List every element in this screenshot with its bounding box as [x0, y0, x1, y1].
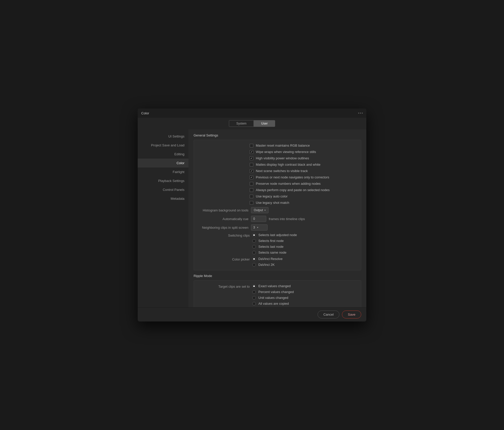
switching-clips-options: Selects last adjusted node Selects first…	[252, 233, 297, 254]
cb-row-prev-next-node: Previous or next node navigates only to …	[250, 175, 356, 179]
rb-row-davinci-2k: DaVinci 2K	[252, 263, 282, 267]
cancel-button[interactable]: Cancel	[318, 311, 339, 318]
main-panel: General Settings Master reset maintains …	[188, 129, 366, 307]
tab-user[interactable]: User	[254, 120, 275, 127]
cb-label-next-scene: Next scene switches to visible track	[256, 169, 308, 173]
tab-system[interactable]: System	[229, 120, 254, 127]
sidebar-item-control-panels[interactable]: Control Panels	[138, 185, 188, 194]
neighboring-label: Neighboring clips in split screen	[199, 226, 248, 229]
color-picker-row: Color picker DaVinci Resolve DaVinci 2K	[199, 257, 356, 267]
general-settings-panel: Master reset maintains RGB balance Wipe …	[194, 140, 361, 270]
autocue-row: Automatically cue frames into timeline c…	[199, 216, 356, 222]
cb-row-legacy-auto-color: Use legacy auto color	[250, 194, 356, 198]
histogram-value: Output	[254, 208, 263, 212]
histogram-row: Histogram background on tools Output ▾	[199, 207, 356, 213]
cb-preserve-node[interactable]	[250, 182, 253, 186]
histogram-arrow: ▾	[264, 209, 266, 211]
rb-label-exact-values: Exact values changed	[258, 284, 291, 288]
rb-all-values[interactable]	[252, 302, 256, 305]
neighboring-value: 3	[253, 226, 255, 229]
autocue-input[interactable]	[251, 216, 266, 222]
rb-last-adjusted[interactable]	[252, 233, 256, 237]
cb-row-legacy-shot-match: Use legacy shot match	[250, 201, 356, 205]
ripple-mode-panel: Target clips are set to Exact values cha…	[194, 280, 361, 307]
titlebar-menu[interactable]	[358, 113, 363, 114]
dot-2	[360, 113, 361, 114]
rb-label-davinci-2k: DaVinci 2K	[258, 263, 275, 267]
save-button[interactable]: Save	[342, 311, 361, 318]
dot-3	[362, 113, 363, 114]
autocue-suffix: frames into timeline clips	[269, 217, 305, 221]
cb-row-mattes-display: Mattes display high contrast black and w…	[250, 163, 356, 166]
rb-row-davinci-resolve: DaVinci Resolve	[252, 257, 282, 261]
rb-label-unit-values: Unit values changed	[258, 296, 288, 300]
sidebar-item-fairlight[interactable]: Fairlight	[138, 167, 188, 176]
sidebar-item-ui-settings[interactable]: UI Settings	[138, 132, 188, 141]
target-clips-row: Target clips are set to Exact values cha…	[199, 284, 356, 305]
cb-label-wipe-wraps: Wipe wraps when viewing reference stills	[256, 150, 316, 154]
cb-copy-paste[interactable]	[250, 188, 253, 192]
target-clips-options: Exact values changed Percent values chan…	[252, 284, 294, 305]
color-picker-label: Color picker	[199, 257, 250, 261]
cb-high-visibility[interactable]	[250, 157, 253, 160]
general-settings-title: General Settings	[194, 133, 361, 137]
cb-label-master-reset: Master reset maintains RGB balance	[256, 144, 310, 147]
cb-mattes-display[interactable]	[250, 163, 253, 166]
tab-bar: System User	[138, 118, 366, 129]
rb-row-percent-values: Percent values changed	[252, 290, 294, 294]
histogram-label: Histogram background on tools	[199, 208, 248, 212]
sidebar-item-metadata[interactable]: Metadata	[138, 194, 188, 203]
cb-legacy-auto-color[interactable]	[250, 195, 253, 198]
cb-label-legacy-shot-match: Use legacy shot match	[256, 201, 289, 205]
settings-window: Color System User UI Settings Project Sa…	[138, 109, 366, 321]
rb-row-first-node: Selects first node	[252, 239, 297, 243]
cb-next-scene[interactable]	[250, 169, 253, 173]
rb-percent-values[interactable]	[252, 290, 256, 294]
window-title: Color	[141, 111, 149, 115]
rb-row-all-values: All values are copied	[252, 302, 294, 305]
cb-legacy-shot-match[interactable]	[250, 201, 253, 205]
rb-row-exact-values: Exact values changed	[252, 284, 294, 288]
rb-same-node[interactable]	[252, 251, 256, 254]
rb-row-same-node: Selects same node	[252, 251, 297, 254]
autocue-label: Automatically cue	[199, 217, 248, 221]
footer: Cancel Save	[138, 307, 366, 321]
neighboring-row: Neighboring clips in split screen 3 ▾	[199, 224, 356, 231]
cb-row-next-scene: Next scene switches to visible track	[250, 169, 356, 173]
rb-label-percent-values: Percent values changed	[258, 290, 294, 294]
cb-label-legacy-auto-color: Use legacy auto color	[256, 194, 288, 198]
neighboring-arrow: ▾	[257, 226, 258, 229]
sidebar-item-editing[interactable]: Editing	[138, 150, 188, 159]
rb-row-unit-values: Unit values changed	[252, 296, 294, 300]
cb-master-reset[interactable]	[250, 144, 253, 147]
dot-1	[358, 113, 359, 114]
ripple-mode-title: Ripple Mode	[194, 274, 361, 278]
rb-row-last-adjusted: Selects last adjusted node	[252, 233, 297, 237]
rb-exact-values[interactable]	[252, 284, 256, 288]
sidebar-item-project-save-load[interactable]: Project Save and Load	[138, 141, 188, 150]
rb-first-node[interactable]	[252, 239, 256, 243]
rb-davinci-2k[interactable]	[252, 263, 256, 267]
cb-label-high-visibility: High visibility power window outlines	[256, 156, 309, 160]
titlebar: Color	[138, 109, 366, 118]
cb-label-copy-paste: Always perform copy and paste on selecte…	[256, 188, 330, 192]
rb-unit-values[interactable]	[252, 296, 256, 300]
rb-last-node[interactable]	[252, 245, 256, 249]
rb-label-first-node: Selects first node	[258, 239, 284, 243]
histogram-select[interactable]: Output ▾	[251, 207, 269, 213]
rb-row-last-node: Selects last node	[252, 245, 297, 249]
target-clips-label: Target clips are set to	[199, 284, 250, 288]
switching-clips-row: Switching clips Selects last adjusted no…	[199, 233, 356, 254]
rb-label-all-values: All values are copied	[258, 302, 289, 305]
rb-davinci-resolve[interactable]	[252, 257, 256, 261]
color-picker-options: DaVinci Resolve DaVinci 2K	[252, 257, 282, 267]
sidebar-item-color[interactable]: Color	[138, 159, 188, 167]
cb-row-high-visibility: High visibility power window outlines	[250, 156, 356, 160]
cb-row-copy-paste: Always perform copy and paste on selecte…	[250, 188, 356, 192]
cb-wipe-wraps[interactable]	[250, 150, 253, 154]
neighboring-select[interactable]: 3 ▾	[251, 224, 267, 231]
sidebar-item-playback-settings[interactable]: Playback Settings	[138, 176, 188, 185]
cb-label-mattes-display: Mattes display high contrast black and w…	[256, 163, 320, 166]
rb-label-same-node: Selects same node	[258, 251, 287, 254]
cb-prev-next-node[interactable]	[250, 176, 253, 179]
